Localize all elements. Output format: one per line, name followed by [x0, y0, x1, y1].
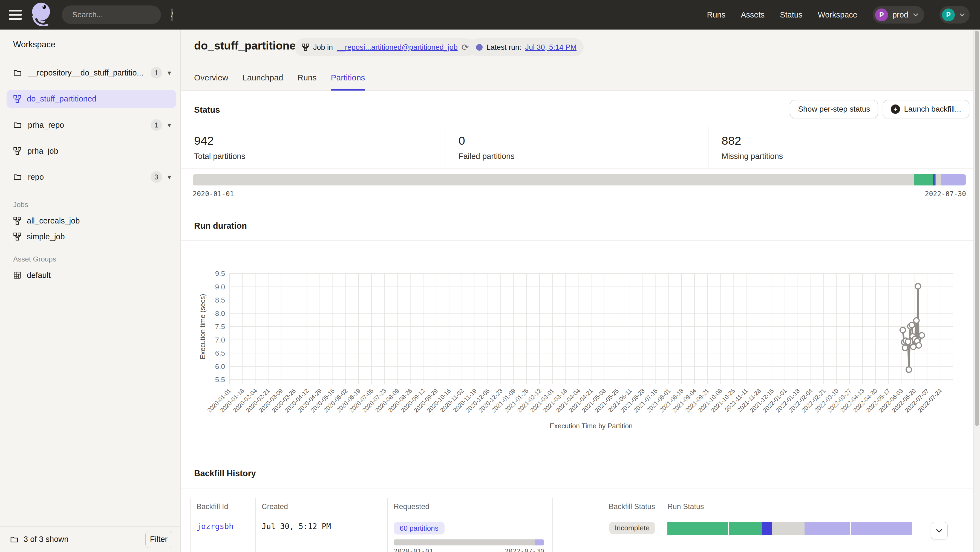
asset-group-icon	[13, 271, 21, 279]
dagster-logo-icon[interactable]	[28, 2, 54, 28]
stat-value: 942	[194, 134, 445, 148]
page-scrollbar[interactable]	[974, 30, 980, 552]
bar-segment	[394, 539, 535, 546]
sidebar-item-label: simple_job	[27, 232, 65, 241]
bar-segment	[729, 522, 762, 535]
sidebar-item-__repository__do_stuff_partitio[interactable]: __repository__do_stuff_partitio...1▾	[0, 60, 180, 86]
stat-missing-partitions: 882Missing partitions	[708, 127, 980, 168]
sidebar-item-do_stuff_partitioned[interactable]: do_stuff_partitioned	[6, 90, 176, 108]
svg-text:7.5: 7.5	[215, 322, 225, 331]
bar-segment	[193, 174, 914, 186]
svg-text:Execution Time by Partition: Execution Time by Partition	[550, 422, 633, 430]
stat-total-partitions: 942Total partitions	[181, 127, 445, 168]
sidebar-section-label: Asset Groups	[13, 255, 180, 263]
chevron-down-icon	[913, 13, 919, 17]
workspace-sidebar: Workspace __repository__do_stuff_partiti…	[0, 30, 181, 552]
svg-text:Execution time (secs): Execution time (secs)	[199, 294, 207, 359]
top-nav: / RunsAssetsStatusWorkspace P prod P	[0, 0, 980, 30]
svg-text:7.0: 7.0	[215, 336, 225, 344]
svg-text:6.0: 6.0	[215, 362, 225, 371]
folder-icon	[13, 173, 22, 181]
run-duration-title: Run duration	[194, 221, 247, 231]
launch-backfill-label: Launch backfill...	[904, 105, 961, 114]
run-status-bar[interactable]	[667, 522, 912, 535]
nav-link-runs[interactable]: Runs	[707, 10, 725, 19]
tab-launchpad[interactable]: Launchpad	[243, 65, 283, 90]
svg-text:6.5: 6.5	[215, 349, 225, 357]
tab-partitions[interactable]: Partitions	[331, 65, 365, 90]
show-per-step-status-button[interactable]: Show per-step status	[790, 100, 878, 118]
bar-segment	[805, 522, 850, 535]
chevron-down-icon[interactable]: ▾	[167, 173, 171, 181]
job-pill-prefix: Job in	[313, 43, 333, 52]
latest-run-pill: Latest run: Jul 30, 5:14 PM	[469, 38, 584, 56]
sidebar-item-label: do_stuff_partitioned	[27, 94, 96, 103]
sidebar-item-repo[interactable]: repo3▾	[0, 164, 180, 190]
bar-segment	[935, 174, 941, 186]
partition-stats: 942Total partitions0Failed partitions882…	[181, 127, 980, 168]
column-header-backfill-id: Backfill Id	[191, 498, 256, 516]
sidebar-item-prha_repo[interactable]: prha_repo1▾	[0, 112, 180, 138]
launch-backfill-button[interactable]: + Launch backfill...	[883, 100, 969, 118]
reload-icon[interactable]: ⟳	[461, 42, 469, 52]
svg-text:8.0: 8.0	[215, 309, 225, 317]
status-section-title: Status	[194, 105, 220, 115]
expand-row-button[interactable]	[931, 522, 948, 539]
svg-text:5.5: 5.5	[215, 376, 225, 384]
sidebar-item-prha_job[interactable]: prha_job	[0, 138, 180, 164]
svg-text:8.5: 8.5	[215, 296, 225, 304]
job-icon	[13, 233, 21, 241]
backfill-id-link[interactable]: jozrgsbh	[197, 522, 234, 531]
partition-range-start: 2020-01-01	[193, 190, 234, 198]
stat-value: 0	[458, 134, 708, 148]
repos-shown-count: 3 of 3 shown	[24, 535, 68, 544]
bar-segment	[914, 174, 933, 186]
chevron-down-icon[interactable]: ▾	[167, 69, 171, 77]
partition-status-bar[interactable]	[193, 174, 966, 186]
sidebar-footer: 3 of 3 shown Filter	[0, 526, 180, 552]
sidebar-item-label: prha_job	[27, 147, 171, 155]
folder-icon	[13, 121, 22, 129]
requested-partition-bar	[394, 539, 544, 546]
backfill-status-badge: Incomplete	[609, 522, 655, 534]
tab-overview[interactable]: Overview	[194, 65, 228, 90]
search-box[interactable]: /	[62, 5, 161, 24]
job-icon	[13, 147, 21, 155]
menu-icon[interactable]	[9, 10, 22, 20]
job-icon	[302, 43, 309, 51]
filter-button[interactable]: Filter	[145, 531, 172, 548]
page-header: do_stuff_partitioned Job in __reposi...a…	[181, 30, 980, 91]
sidebar-section-label: Jobs	[13, 200, 180, 209]
page-title: do_stuff_partitioned	[194, 40, 302, 52]
requested-partitions-badge[interactable]: 60 partitions	[394, 522, 445, 535]
bar-segment	[667, 522, 728, 535]
tab-runs[interactable]: Runs	[298, 65, 317, 90]
sidebar-item-label: default	[27, 271, 51, 280]
sidebar-item-all_cereals_job[interactable]: all_cereals_job	[0, 213, 180, 229]
nav-link-workspace[interactable]: Workspace	[818, 10, 858, 19]
chevron-down-icon[interactable]: ▾	[167, 121, 171, 129]
plus-circle-icon: +	[891, 105, 900, 114]
sidebar-item-default[interactable]: default	[0, 267, 180, 283]
latest-run-link[interactable]: Jul 30, 5:14 PM	[525, 43, 577, 52]
run-duration-chart: 5.56.06.57.07.58.08.59.09.52020-01-01202…	[181, 258, 974, 445]
deployment-switcher[interactable]: P prod	[873, 6, 924, 24]
tab-bar: OverviewLaunchpadRunsPartitions	[194, 65, 365, 90]
nav-link-assets[interactable]: Assets	[741, 10, 765, 19]
stat-failed-partitions: 0Failed partitions	[445, 127, 708, 168]
nav-link-status[interactable]: Status	[780, 10, 802, 19]
search-input[interactable]	[72, 10, 171, 19]
column-header-run-status: Run Status	[661, 498, 920, 516]
chevron-down-icon	[959, 13, 965, 17]
scrollbar-thumb[interactable]	[975, 31, 979, 426]
column-header-backfill-status: Backfill Status	[553, 498, 661, 516]
repo-count-badge: 3	[151, 171, 162, 183]
partition-range-end: 2022-07-30	[925, 190, 966, 198]
column-header-requested: Requested	[388, 498, 553, 516]
backfill-history-table: Backfill IdCreatedRequestedBackfill Stat…	[190, 498, 964, 552]
deployment-label: prod	[892, 10, 908, 19]
job-origin-link[interactable]: __reposi...artitioned@partitioned_job	[337, 43, 458, 52]
sidebar-item-simple_job[interactable]: simple_job	[0, 229, 180, 244]
user-menu[interactable]: P	[940, 6, 970, 24]
repo-count-badge: 1	[151, 67, 162, 79]
